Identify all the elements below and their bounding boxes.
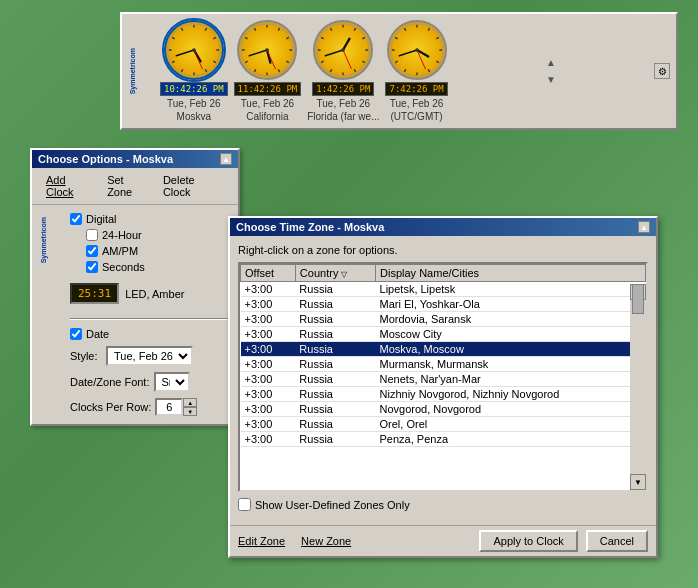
clock-bar-down-arrow[interactable]: ▼ [544,72,558,87]
options-dialog-content: Symmetricom Digital 24-Hour AM/PM Second… [32,205,238,424]
svg-line-49 [343,50,351,69]
cancel-button[interactable]: Cancel [586,530,648,552]
svg-point-33 [266,48,270,52]
options-dialog-close-button[interactable]: ▲ [220,153,232,165]
clock-date-utcgmt: Tue, Feb 26 [390,98,444,109]
menu-set-zone[interactable]: Set Zone [101,172,157,200]
clock-label-california: California [246,111,288,122]
clock-label-florida: Florida (far we... [307,111,379,122]
table-row[interactable]: +3:00RussiaNenets, Nar'yan-Mar [241,372,646,387]
svg-line-48 [326,50,344,56]
table-row[interactable]: +3:00RussiaPenza, Penza [241,432,646,447]
menu-delete-clock[interactable]: Delete Clock [157,172,230,200]
clock-date-moskva: Tue, Feb 26 [167,98,221,109]
svg-line-4 [213,61,215,62]
svg-line-28 [255,28,256,30]
scrollbar-down-arrow[interactable]: ▼ [630,474,646,490]
clocks-per-row-spin: ▲ ▼ [155,398,197,416]
date-zone-font-select[interactable]: Sm [154,372,190,392]
timezone-dialog: Choose Time Zone - Moskva ▲ Right-click … [228,216,658,558]
table-row[interactable]: +3:00RussiaNovgorod, Novgorod [241,402,646,417]
table-row[interactable]: +3:00RussiaMoscow City [241,327,646,342]
svg-line-22 [279,69,280,71]
table-row[interactable]: +3:00RussiaMordovia, Saransk [241,312,646,327]
hour24-checkbox[interactable] [86,229,98,241]
clock-face-california [237,20,297,80]
table-cell-offset: +3:00 [241,372,296,387]
clock-display-moskva: 10:42:26 PM [160,82,228,96]
svg-line-65 [399,50,417,56]
timezone-table-container[interactable]: Offset Country Display Name/Cities +3:00… [238,262,648,492]
user-defined-checkbox[interactable] [238,498,251,511]
seconds-checkbox[interactable] [86,261,98,273]
date-checkbox-row: Date [70,328,230,340]
clock-face-utcgmt [387,20,447,80]
col-offset[interactable]: Offset [241,265,296,282]
svg-line-19 [287,37,289,38]
table-cell-country: Russia [295,357,375,372]
table-row[interactable]: +3:00RussiaMari El, Yoshkar-Ola [241,297,646,312]
apply-to-clock-button[interactable]: Apply to Clock [479,530,577,552]
svg-line-2 [213,37,215,38]
table-cell-offset: +3:00 [241,357,296,372]
clock-item-moskva[interactable]: 10:42:26 PMTue, Feb 26Moskva [160,20,228,122]
svg-line-8 [172,61,174,62]
clock-bar-up-arrow[interactable]: ▲ [544,55,558,70]
table-cell-offset: +3:00 [241,327,296,342]
timezone-footer: Edit Zone New Zone Apply to Clock Cancel [230,525,656,556]
clocks-per-row-input[interactable] [155,398,183,416]
svg-line-41 [331,69,332,71]
spin-up-button[interactable]: ▲ [183,398,197,407]
svg-line-14 [176,50,194,56]
timezone-instruction: Right-click on a zone for options. [238,244,648,256]
digital-checkbox[interactable] [70,213,82,225]
timezone-footer-buttons: Apply to Clock Cancel [479,530,648,552]
table-row[interactable]: +3:00RussiaOrel, Orel [241,417,646,432]
spin-down-button[interactable]: ▼ [183,407,197,416]
clock-display-utcgmt: 7:42:26 PM [385,82,447,96]
date-checkbox[interactable] [70,328,82,340]
options-dialog-titlebar: Choose Options - Moskva ▲ [32,150,238,168]
timezone-scrollbar[interactable]: ▲ ▼ [630,284,646,490]
hour24-label: 24-Hour [102,229,142,241]
ampm-checkbox[interactable] [86,245,98,257]
menu-add-clock[interactable]: Add Clock [40,172,101,200]
svg-line-18 [279,28,280,30]
new-zone-link[interactable]: New Zone [301,535,351,547]
seconds-label: Seconds [102,261,145,273]
svg-line-62 [404,28,405,30]
user-defined-label: Show User-Defined Zones Only [255,499,410,511]
svg-point-67 [415,48,419,52]
table-cell-country: Russia [295,372,375,387]
clock-item-california[interactable]: 11:42:26 PMTue, Feb 26California [234,20,302,122]
table-row[interactable]: +3:00RussiaMurmansk, Murmansk [241,357,646,372]
date-zone-font-label: Date/Zone Font: [70,376,150,388]
clock-date-florida: Tue, Feb 26 [317,98,371,109]
led-label-text: LED, Amber [125,288,184,300]
clock-face-moskva [164,20,224,80]
col-country[interactable]: Country [295,265,375,282]
timezone-dialog-close-button[interactable]: ▲ [638,221,650,233]
scrollbar-thumb[interactable] [632,284,644,314]
table-cell-country: Russia [295,432,375,447]
clock-item-utcgmt[interactable]: 7:42:26 PMTue, Feb 26(UTC/GMT) [385,20,447,122]
edit-zone-link[interactable]: Edit Zone [238,535,285,547]
table-row[interactable]: +3:00RussiaNizhniy Novgorod, Nizhniy Nov… [241,387,646,402]
digital-checkbox-row: Digital [70,213,230,225]
table-cell-offset: +3:00 [241,342,296,357]
clock-item-florida[interactable]: 1:42:26 PMTue, Feb 26Florida (far we... [307,20,379,122]
timezone-table: Offset Country Display Name/Cities +3:00… [240,264,646,447]
svg-line-39 [355,69,356,71]
clock-face-florida [313,20,373,80]
svg-line-10 [172,37,174,38]
svg-line-25 [246,61,248,62]
timezone-dialog-titlebar: Choose Time Zone - Moskva ▲ [230,218,656,236]
table-row[interactable]: +3:00RussiaLipetsk, Lipetsk [241,282,646,297]
style-select[interactable]: Tue, Feb 26 [106,346,193,366]
table-cell-display: Moscow City [376,327,646,342]
col-display[interactable]: Display Name/Cities [376,265,646,282]
style-label: Style: [70,350,102,362]
table-row[interactable]: +3:00RussiaMoskva, Moscow [241,342,646,357]
clock-date-california: Tue, Feb 26 [241,98,295,109]
clock-bar-settings-icon[interactable]: ⚙ [654,63,670,79]
